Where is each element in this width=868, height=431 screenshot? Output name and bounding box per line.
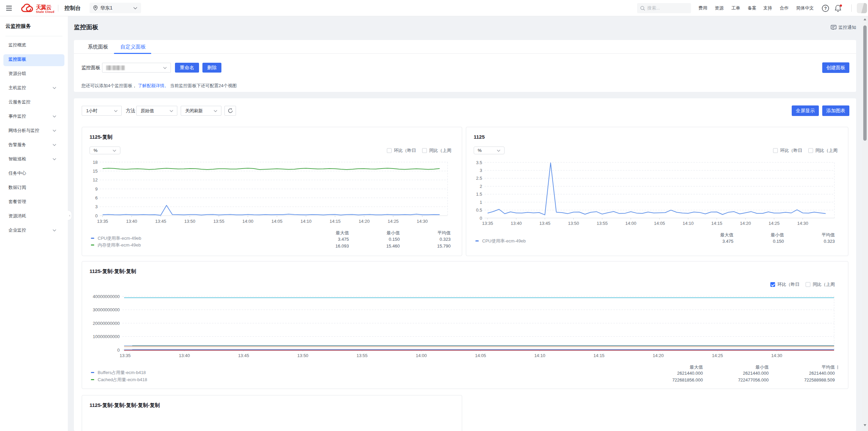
svg-text:14:15: 14:15: [330, 219, 341, 224]
svg-text:13:35: 13:35: [482, 221, 493, 226]
svg-text:13:40: 13:40: [126, 219, 137, 224]
svg-text:14:00: 14:00: [242, 219, 254, 224]
svg-text:14:00: 14:00: [625, 221, 636, 226]
svg-text:13:50: 13:50: [297, 353, 309, 358]
svg-text:12: 12: [93, 177, 98, 182]
svg-text:15: 15: [93, 169, 98, 174]
svg-text:9: 9: [95, 187, 98, 192]
svg-text:13:50: 13:50: [184, 219, 195, 224]
svg-text:18: 18: [93, 160, 98, 165]
svg-text:14:30: 14:30: [417, 219, 428, 224]
svg-text:3: 3: [480, 168, 482, 173]
svg-text:0.5: 0.5: [476, 208, 482, 213]
svg-text:13:45: 13:45: [238, 353, 249, 358]
svg-text:14:20: 14:20: [740, 221, 751, 226]
svg-text:14:25: 14:25: [712, 353, 723, 358]
svg-text:13:55: 13:55: [357, 353, 368, 358]
svg-text:1.5: 1.5: [476, 192, 482, 197]
svg-text:14:15: 14:15: [593, 353, 605, 358]
svg-text:14:10: 14:10: [534, 353, 546, 358]
svg-text:14:05: 14:05: [654, 221, 665, 226]
svg-text:1: 1: [480, 200, 482, 205]
svg-text:13:35: 13:35: [120, 353, 131, 358]
svg-text:0: 0: [480, 216, 482, 221]
svg-text:40000000000: 40000000000: [93, 294, 120, 299]
svg-text:?: ?: [824, 6, 827, 11]
svg-text:14:10: 14:10: [683, 221, 694, 226]
svg-text:14:25: 14:25: [769, 221, 780, 226]
svg-text:0: 0: [117, 348, 120, 353]
svg-text:14:20: 14:20: [653, 353, 664, 358]
svg-text:14:25: 14:25: [388, 219, 399, 224]
svg-text:14:15: 14:15: [711, 221, 723, 226]
svg-text:14:20: 14:20: [359, 219, 370, 224]
svg-text:13:55: 13:55: [597, 221, 608, 226]
svg-text:14:30: 14:30: [771, 353, 782, 358]
svg-text:13:50: 13:50: [568, 221, 579, 226]
svg-text:13:40: 13:40: [179, 353, 190, 358]
svg-text:3: 3: [95, 204, 98, 209]
svg-text:2: 2: [480, 184, 482, 189]
svg-text:13:45: 13:45: [155, 219, 166, 224]
svg-text:10000000000: 10000000000: [93, 334, 120, 339]
svg-text:14:00: 14:00: [416, 353, 427, 358]
svg-text:13:45: 13:45: [539, 221, 551, 226]
svg-text:20000000000: 20000000000: [93, 321, 120, 326]
svg-text:14:05: 14:05: [272, 219, 283, 224]
svg-text:13:55: 13:55: [213, 219, 224, 224]
svg-text:30000000000: 30000000000: [93, 307, 120, 312]
svg-text:14:10: 14:10: [300, 219, 312, 224]
svg-text:13:40: 13:40: [511, 221, 522, 226]
svg-text:3.5: 3.5: [476, 160, 482, 165]
svg-text:2.5: 2.5: [476, 176, 482, 181]
svg-text:13:35: 13:35: [97, 219, 108, 224]
svg-text:6: 6: [95, 195, 98, 200]
svg-text:0: 0: [95, 213, 98, 218]
svg-text:14:05: 14:05: [475, 353, 486, 358]
svg-text:14:30: 14:30: [797, 221, 808, 226]
